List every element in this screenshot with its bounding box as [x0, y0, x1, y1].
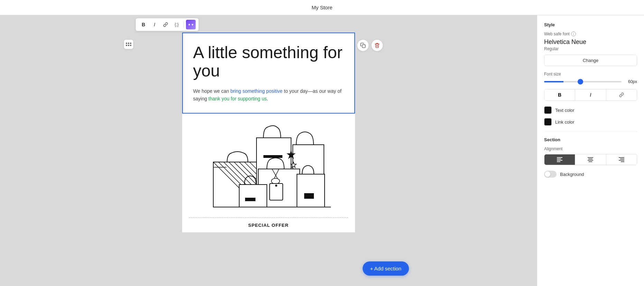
- text-color-label: Text color: [555, 108, 575, 113]
- align-center-btn[interactable]: [575, 154, 606, 165]
- canvas-area: B I {;} ▾: [0, 15, 537, 286]
- right-panel: Style Web safe font i Helvetica Neue Reg…: [537, 15, 644, 286]
- background-label: Background: [560, 172, 584, 177]
- section-title: Section: [544, 137, 637, 142]
- svg-rect-36: [619, 157, 624, 158]
- style-section-title: Style: [544, 22, 637, 27]
- drag-handle[interactable]: [124, 39, 133, 49]
- main-layout: B I {;} ▾: [0, 15, 644, 286]
- svg-rect-24: [304, 193, 314, 199]
- delete-btn[interactable]: [371, 39, 383, 51]
- align-right-btn[interactable]: [606, 154, 637, 165]
- special-offer-text: SPECIAL OFFER: [248, 223, 289, 228]
- alignment-label: Alignment: [544, 146, 637, 151]
- svg-rect-23: [297, 174, 325, 207]
- link-color-swatch[interactable]: [544, 118, 552, 126]
- font-size-value: 60px: [625, 79, 637, 84]
- text-color-row: Text color: [544, 106, 637, 114]
- svg-rect-34: [588, 160, 593, 161]
- main-heading: A little something for you: [193, 44, 344, 80]
- svg-rect-39: [621, 161, 624, 162]
- special-offer-section: SPECIAL OFFER: [182, 218, 355, 232]
- magic-toolbar-btn[interactable]: ▾: [186, 20, 196, 29]
- info-icon[interactable]: i: [571, 32, 576, 36]
- svg-rect-38: [619, 160, 624, 161]
- link-option-btn[interactable]: [606, 89, 637, 100]
- shopping-bags-illustration: [203, 120, 334, 211]
- font-name: Helvetica Neue: [544, 38, 637, 46]
- svg-rect-32: [588, 157, 593, 158]
- svg-rect-13: [263, 155, 282, 158]
- svg-rect-37: [620, 159, 624, 159]
- format-toolbar: B I {;} ▾: [136, 18, 199, 31]
- bold-option-btn[interactable]: B: [544, 89, 575, 100]
- highlight-bring: bring something positive: [230, 88, 282, 94]
- highlight-thank: thank you for supporting us: [208, 96, 267, 101]
- svg-rect-30: [557, 160, 562, 161]
- duplicate-btn[interactable]: [357, 39, 369, 51]
- change-font-button[interactable]: Change: [544, 55, 637, 66]
- bold-toolbar-btn[interactable]: B: [139, 20, 148, 29]
- svg-rect-35: [589, 161, 592, 162]
- font-size-label: Font size: [544, 72, 637, 77]
- web-safe-label: Web safe font i: [544, 32, 637, 36]
- panel-divider: [544, 131, 637, 132]
- align-left-btn[interactable]: [544, 154, 575, 165]
- svg-rect-29: [557, 159, 561, 159]
- font-weight-label: Regular: [544, 46, 637, 51]
- svg-marker-0: [188, 24, 190, 26]
- svg-rect-26: [245, 198, 255, 201]
- slider-row: 60px: [544, 79, 637, 84]
- link-color-row: Link color: [544, 118, 637, 126]
- italic-option-btn[interactable]: I: [575, 89, 606, 100]
- email-canvas: A little something for you We hope we ca…: [182, 33, 355, 232]
- font-size-slider[interactable]: [544, 81, 622, 82]
- sub-text: We hope we can bring something positive …: [193, 87, 344, 103]
- background-row: Background: [544, 171, 637, 178]
- link-color-label: Link color: [555, 119, 575, 125]
- top-bar: My Store: [0, 0, 644, 15]
- format-options: B I: [544, 89, 637, 101]
- italic-toolbar-btn[interactable]: I: [150, 20, 159, 29]
- text-section[interactable]: A little something for you We hope we ca…: [182, 33, 355, 114]
- store-title: My Store: [311, 5, 332, 10]
- add-section-button[interactable]: + Add section: [363, 261, 409, 276]
- background-toggle[interactable]: [544, 171, 557, 178]
- alignment-options: [544, 154, 637, 165]
- drag-dots: [126, 43, 131, 46]
- svg-rect-33: [588, 159, 592, 159]
- text-color-swatch[interactable]: [544, 106, 552, 114]
- svg-rect-25: [239, 185, 267, 207]
- svg-rect-31: [557, 161, 560, 162]
- svg-rect-28: [557, 157, 562, 158]
- svg-point-20: [275, 185, 277, 187]
- svg-point-18: [271, 178, 280, 184]
- variable-toolbar-btn[interactable]: {;}: [172, 20, 181, 29]
- image-section: [182, 114, 355, 217]
- toolbar-divider: [184, 21, 184, 28]
- link-toolbar-btn[interactable]: [161, 20, 170, 29]
- svg-rect-1: [362, 45, 365, 48]
